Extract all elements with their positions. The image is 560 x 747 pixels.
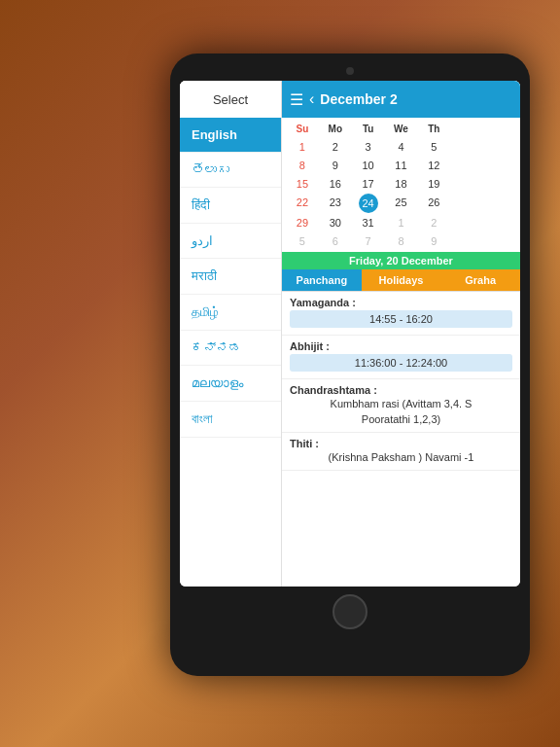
lang-item-telugu[interactable]: తెలుగు: [180, 153, 281, 188]
tablet-camera: [346, 67, 354, 75]
panchang-yamaganda: Yamaganda : 14:55 - 16:20: [282, 292, 520, 336]
select-text: Select: [213, 92, 248, 107]
cal-cell[interactable]: 1: [286, 138, 319, 156]
lang-item-tamil[interactable]: தமிழ்: [180, 295, 281, 331]
panchang-thiti: Thiti : (Krishna Paksham ) Navami -1: [282, 433, 520, 471]
cal-cell[interactable]: 19: [417, 175, 450, 193]
lang-item-marathi[interactable]: मराठी: [180, 259, 281, 295]
cal-week-6: 5 6 7 8 9: [286, 232, 516, 250]
tablet-home-button[interactable]: [332, 594, 368, 629]
thiti-label: Thiti :: [290, 438, 512, 449]
tablet-frame: Select ☰ ‹ December 2 English తెలుగు हिं…: [170, 53, 530, 676]
cal-cell[interactable]: 22: [286, 194, 319, 213]
panchang-content: Yamaganda : 14:55 - 16:20 Abhijit : 11:3…: [282, 292, 520, 587]
cal-cell[interactable]: 2: [417, 214, 450, 231]
app-body: English తెలుగు हिंदी اردو मराठी தமிழ்: [180, 118, 520, 587]
cal-week-4: 22 23 24 25 26: [286, 194, 516, 213]
cal-cell[interactable]: 9: [319, 157, 352, 174]
day-tu: Tu: [352, 122, 385, 136]
calendar-day-names: Su Mo Tu We Th: [286, 122, 516, 136]
tab-graha[interactable]: Graha: [440, 269, 520, 291]
selected-date-bar: Friday, 20 December: [282, 252, 520, 269]
cal-week-1: 1 2 3 4 5: [286, 138, 516, 156]
calendar-title: December 2: [320, 91, 397, 107]
cal-cell[interactable]: 8: [385, 232, 418, 250]
tablet-screen: Select ☰ ‹ December 2 English తెలుగు हिं…: [180, 81, 520, 587]
cal-cell[interactable]: 5: [417, 138, 450, 156]
panchang-abhijit: Abhijit : 11:36:00 - 12:24:00: [282, 336, 520, 379]
abhijit-value: 11:36:00 - 12:24:00: [290, 354, 512, 372]
yamaganda-value: 14:55 - 16:20: [290, 310, 512, 328]
cal-week-2: 8 9 10 11 12: [286, 157, 516, 174]
chandrashtama-value1: Kumbham rasi (Avittam 3,4. S: [290, 396, 512, 411]
lang-item-urdu[interactable]: اردو: [180, 224, 281, 259]
lang-item-english[interactable]: English: [180, 118, 281, 153]
cal-cell[interactable]: 10: [352, 157, 385, 174]
thiti-value: (Krishna Paksham ) Navami -1: [290, 449, 512, 465]
cal-cell[interactable]: 2: [319, 138, 352, 156]
cal-cell[interactable]: 17: [352, 175, 385, 193]
cal-cell[interactable]: 23: [319, 194, 352, 213]
cal-cell[interactable]: 31: [352, 214, 385, 231]
back-icon[interactable]: ‹: [309, 90, 314, 108]
calendar-weeks: 1 2 3 4 5 8 9 10 11 12: [286, 138, 516, 250]
calendar-header: ☰ ‹ December 2: [282, 81, 520, 118]
panchang-chandrashtama: Chandrashtama : Kumbham rasi (Avittam 3,…: [282, 379, 520, 433]
lang-item-hindi[interactable]: हिंदी: [180, 188, 281, 224]
cal-cell[interactable]: 4: [385, 138, 418, 156]
cal-cell[interactable]: 11: [385, 157, 418, 174]
select-label: Select: [180, 81, 282, 118]
lang-item-bangla[interactable]: বাংলা: [180, 402, 281, 438]
cal-cell[interactable]: 5: [286, 232, 319, 250]
cal-cell[interactable]: 1: [385, 214, 418, 231]
day-sun: Su: [286, 122, 319, 136]
cal-cell[interactable]: 30: [319, 214, 352, 231]
yamaganda-label: Yamaganda :: [290, 297, 512, 308]
abhijit-label: Abhijit :: [290, 340, 512, 352]
cal-cell[interactable]: 26: [417, 194, 450, 213]
lang-item-kannada[interactable]: ಕನ್ನಡ: [180, 331, 281, 366]
lang-item-malayalam[interactable]: മലയാളം: [180, 366, 281, 402]
day-th: Th: [417, 122, 450, 136]
cal-week-3: 15 16 17 18 19: [286, 175, 516, 193]
tab-panchang[interactable]: Panchang: [282, 269, 362, 291]
calendar-grid: Su Mo Tu We Th 1 2 3 4 5: [282, 118, 520, 252]
language-sidebar: English తెలుగు हिंदी اردو मराठी தமிழ்: [180, 118, 282, 587]
day-mo: Mo: [319, 122, 352, 136]
cal-week-5: 29 30 31 1 2: [286, 214, 516, 231]
main-panel: Su Mo Tu We Th 1 2 3 4 5: [282, 118, 520, 587]
cal-cell[interactable]: 8: [286, 157, 319, 174]
chandrashtama-value2: Pooratathi 1,2,3): [290, 411, 512, 427]
tab-holidays[interactable]: Holidays: [362, 269, 441, 291]
cal-cell[interactable]: 16: [319, 175, 352, 193]
cal-cell[interactable]: 12: [417, 157, 450, 174]
cal-cell[interactable]: 6: [319, 232, 352, 250]
app-header: Select ☰ ‹ December 2: [180, 81, 520, 118]
tab-bar: Panchang Holidays Graha: [282, 269, 520, 292]
cal-cell[interactable]: 9: [417, 232, 450, 250]
cal-cell[interactable]: 25: [385, 194, 418, 213]
chandrashtama-label: Chandrashtama :: [290, 384, 512, 396]
cal-cell[interactable]: 15: [286, 175, 319, 193]
cal-cell[interactable]: 18: [385, 175, 418, 193]
cal-cell[interactable]: 3: [352, 138, 385, 156]
cal-cell[interactable]: 7: [352, 232, 385, 250]
menu-icon[interactable]: ☰: [290, 90, 303, 109]
cal-cell-today[interactable]: 24: [359, 194, 378, 213]
cal-cell[interactable]: 29: [286, 214, 319, 231]
day-we: We: [385, 122, 418, 136]
